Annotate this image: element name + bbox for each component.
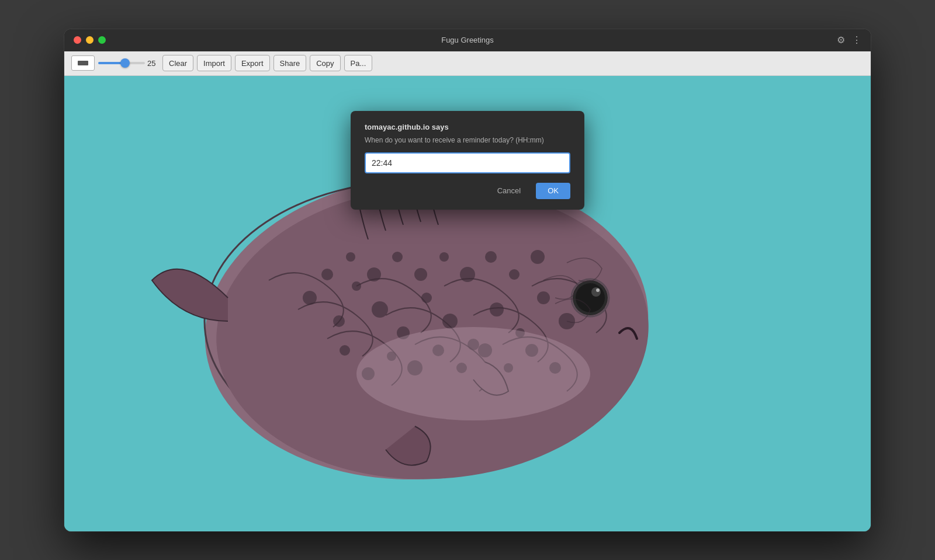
prompt-dialog: tomayac.github.io says When do you want … <box>351 111 584 210</box>
menu-icon[interactable]: ⋮ <box>852 34 861 46</box>
reminder-time-input[interactable] <box>365 152 570 173</box>
size-slider[interactable] <box>98 62 145 64</box>
export-button[interactable]: Export <box>235 55 270 71</box>
slider-value: 25 <box>147 59 159 68</box>
minimize-button[interactable] <box>86 36 94 44</box>
cancel-button[interactable]: Cancel <box>488 183 530 199</box>
dialog-message: When do you want to receive a reminder t… <box>365 136 570 144</box>
title-bar-actions: ⚙ ⋮ <box>837 34 861 46</box>
copy-button[interactable]: Copy <box>310 55 340 71</box>
maximize-button[interactable] <box>98 36 106 44</box>
app-window: Fugu Greetings ⚙ ⋮ 25 Clear Import Expor… <box>64 29 871 531</box>
import-button[interactable]: Import <box>197 55 231 71</box>
main-content: tomayac.github.io says When do you want … <box>64 76 871 531</box>
ok-button[interactable]: OK <box>536 183 570 199</box>
dialog-overlay: tomayac.github.io says When do you want … <box>64 76 871 531</box>
traffic-lights <box>74 36 106 44</box>
paste-button[interactable]: Pa... <box>344 55 373 71</box>
svg-rect-0 <box>78 61 88 65</box>
share-button[interactable]: Share <box>273 55 307 71</box>
pen-color-picker[interactable] <box>71 55 95 71</box>
clear-button[interactable]: Clear <box>162 55 193 71</box>
dialog-buttons: Cancel OK <box>365 183 570 199</box>
slider-thumb <box>120 58 130 68</box>
toolbar: 25 Clear Import Export Share Copy Pa... <box>64 51 871 76</box>
extensions-icon[interactable]: ⚙ <box>837 34 845 46</box>
close-button[interactable] <box>74 36 81 44</box>
pen-icon <box>77 58 89 68</box>
dialog-title: tomayac.github.io says <box>365 123 570 131</box>
size-slider-container: 25 <box>98 59 159 68</box>
title-bar: Fugu Greetings ⚙ ⋮ <box>64 29 871 51</box>
window-title: Fugu Greetings <box>441 36 494 44</box>
